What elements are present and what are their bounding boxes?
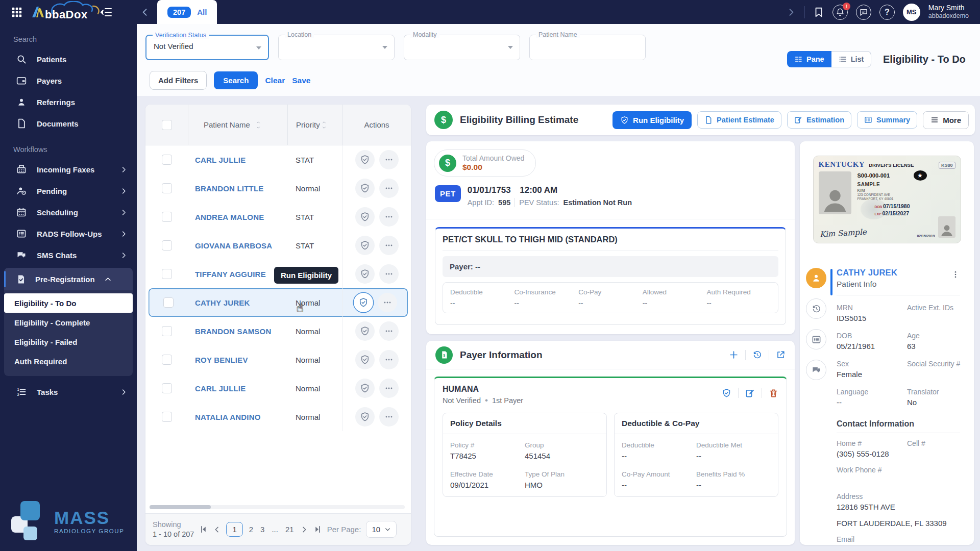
- run-eligibility-button[interactable]: [355, 150, 375, 169]
- more-actions-button[interactable]: [379, 350, 399, 369]
- run-eligibility-button[interactable]: [355, 179, 375, 198]
- page-21-button[interactable]: 21: [284, 525, 295, 534]
- list-view-button[interactable]: List: [831, 51, 872, 67]
- sort-icon[interactable]: [255, 120, 261, 130]
- clear-button[interactable]: Clear: [265, 76, 285, 85]
- per-page-select[interactable]: 10: [366, 521, 397, 538]
- run-eligibility-button[interactable]: [355, 321, 375, 341]
- run-eligibility-button[interactable]: [355, 207, 375, 227]
- sidebar-item-scheduling[interactable]: Scheduling: [0, 202, 137, 223]
- patient-name-link[interactable]: ANDREA MALONE: [188, 213, 287, 221]
- patient-name-link[interactable]: CARL JULLIE: [188, 156, 287, 164]
- sidebar-item-patients[interactable]: Patients: [0, 48, 137, 70]
- row-checkbox[interactable]: [162, 183, 172, 193]
- column-priority[interactable]: Priority: [296, 120, 320, 129]
- row-checkbox[interactable]: [162, 269, 172, 279]
- prev-page-icon[interactable]: [213, 525, 221, 534]
- patient-name-link[interactable]: CATHY JUREK: [188, 298, 287, 307]
- user-identity[interactable]: Mary Smith abbadoxdemo: [928, 4, 969, 20]
- run-eligibility-button[interactable]: [355, 350, 375, 369]
- patient-name-link[interactable]: BRANDON SAMSON: [188, 327, 287, 336]
- patient-estimate-button[interactable]: Patient Estimate: [697, 111, 781, 129]
- verification-status-select[interactable]: Verification Status Not Verified: [145, 35, 269, 60]
- patient-name-input[interactable]: Patient Name: [529, 35, 646, 60]
- open-external-button[interactable]: [776, 350, 786, 360]
- sidebar-subitem-eligibility-failed[interactable]: Eligibility - Failed: [4, 332, 133, 352]
- sidebar-item-pre-registration[interactable]: Pre-Registration: [4, 268, 133, 290]
- first-page-icon[interactable]: [199, 525, 208, 534]
- more-actions-button[interactable]: [379, 264, 399, 284]
- add-filters-button[interactable]: Add Filters: [150, 71, 207, 90]
- add-payer-button[interactable]: [729, 350, 739, 360]
- sidebar-subitem-eligibility-complete[interactable]: Eligibility - Complete: [4, 313, 133, 332]
- row-checkbox[interactable]: [162, 412, 172, 422]
- row-checkbox[interactable]: [162, 155, 172, 165]
- checklist-tab[interactable]: [806, 329, 826, 349]
- more-actions-button[interactable]: [379, 379, 399, 398]
- patient-name-link[interactable]: NATALIA ANDINO: [188, 413, 287, 421]
- estimation-button[interactable]: Estimation: [787, 111, 851, 129]
- verify-payer-button[interactable]: [722, 388, 731, 398]
- scrollbar-thumb[interactable]: [150, 505, 211, 509]
- edit-payer-button[interactable]: [745, 388, 755, 398]
- sidebar-item-incoming-faxes[interactable]: Incoming Faxes: [0, 159, 137, 180]
- more-button[interactable]: More: [923, 111, 969, 129]
- tab-scroll-left-icon[interactable]: [140, 7, 150, 17]
- patient-name-link[interactable]: CARL JULLIE: [188, 384, 287, 393]
- table-row[interactable]: NATALIA ANDINO Normal: [145, 403, 411, 431]
- sort-icon[interactable]: [321, 120, 327, 130]
- row-checkbox[interactable]: [162, 212, 172, 222]
- bookmark-icon[interactable]: [813, 7, 824, 18]
- page-1-button[interactable]: 1: [226, 522, 242, 537]
- next-page-icon[interactable]: [300, 525, 308, 534]
- row-checkbox[interactable]: [162, 383, 172, 393]
- select-all-checkbox[interactable]: [162, 120, 172, 130]
- patient-name[interactable]: CATHY JUREK: [837, 268, 967, 278]
- run-eligibility-button[interactable]: [354, 293, 373, 312]
- delete-payer-button[interactable]: [769, 388, 778, 398]
- table-row-selected[interactable]: Run Eligibility CATHY JUREK Normal ☝: [149, 288, 408, 317]
- table-row[interactable]: CARL JULLIE Normal: [145, 374, 411, 403]
- pane-view-button[interactable]: Pane: [787, 51, 831, 67]
- sidebar-item-payers[interactable]: Payers: [0, 70, 137, 91]
- row-checkbox[interactable]: [163, 297, 174, 308]
- run-eligibility-main-button[interactable]: Run Eligibility: [612, 111, 692, 129]
- help-button[interactable]: ?: [879, 5, 895, 20]
- table-row[interactable]: ANDREA MALONE STAT: [145, 203, 411, 231]
- patient-name-link[interactable]: GIOVANA BARBOSA: [188, 241, 287, 250]
- column-patient-name[interactable]: Patient Name: [204, 120, 250, 129]
- page-2-button[interactable]: 2: [248, 525, 254, 534]
- sidebar-item-pending[interactable]: Pending: [0, 180, 137, 202]
- more-actions-button[interactable]: [379, 207, 399, 227]
- table-row[interactable]: BRANDON SAMSON Normal: [145, 317, 411, 345]
- table-row[interactable]: ROY BENLIEV Normal: [145, 345, 411, 374]
- run-eligibility-button[interactable]: [355, 407, 375, 427]
- patient-info-tab[interactable]: [806, 268, 826, 288]
- row-checkbox[interactable]: [162, 326, 172, 336]
- abbadox-logo[interactable]: bbaDox: [32, 1, 88, 23]
- run-eligibility-button[interactable]: [355, 379, 375, 398]
- table-row[interactable]: CARL JULLIE STAT: [145, 145, 411, 174]
- patient-name-link[interactable]: TIFFANY AGGUIRE: [188, 270, 287, 279]
- sidebar-item-sms-chats[interactable]: SMS Chats: [0, 244, 137, 266]
- row-checkbox[interactable]: [162, 355, 172, 365]
- patient-name-link[interactable]: BRANDON LITTLE: [188, 184, 287, 193]
- save-button[interactable]: Save: [292, 76, 310, 85]
- sidebar-item-tasks[interactable]: Tasks: [0, 381, 137, 403]
- chats-tab[interactable]: [806, 360, 826, 380]
- app-grid-icon[interactable]: [11, 7, 22, 18]
- more-actions-button[interactable]: [379, 179, 399, 198]
- user-avatar[interactable]: MS: [903, 4, 920, 21]
- run-eligibility-button[interactable]: [355, 264, 375, 284]
- tab-all[interactable]: All: [197, 8, 207, 16]
- more-actions-button[interactable]: [379, 321, 399, 341]
- sidebar-item-documents[interactable]: Documents: [0, 113, 137, 134]
- tab-scroll-right-icon[interactable]: [786, 7, 796, 17]
- table-row[interactable]: BRANDON LITTLE Normal: [145, 174, 411, 203]
- horizontal-scrollbar[interactable]: [150, 505, 405, 509]
- notifications-button[interactable]: !: [832, 5, 848, 20]
- history-tab[interactable]: [806, 298, 826, 319]
- sidebar-item-referrings[interactable]: Referrings: [0, 91, 137, 113]
- patient-name-link[interactable]: ROY BENLIEV: [188, 356, 287, 364]
- record-count-badge[interactable]: 207: [167, 7, 191, 18]
